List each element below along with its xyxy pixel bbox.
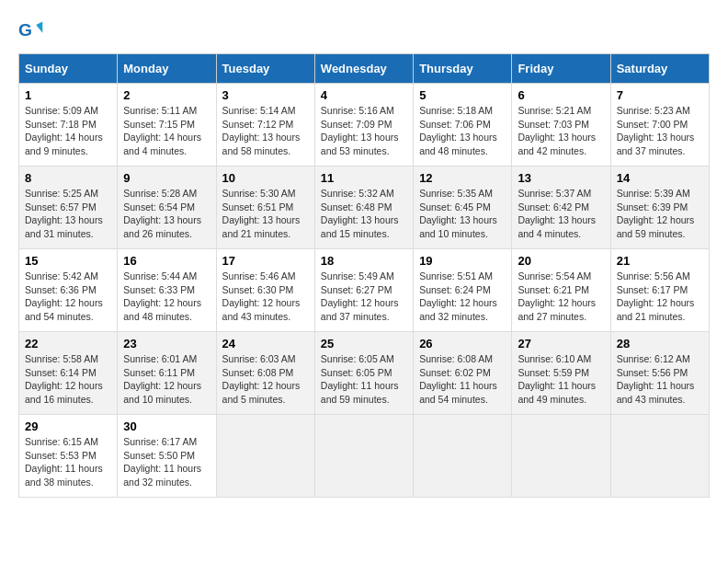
day-of-week-header: Thursday <box>414 54 512 84</box>
day-info: Sunrise: 6:10 AM Sunset: 5:59 PM Dayligh… <box>518 352 604 407</box>
calendar-cell: 10 Sunrise: 5:30 AM Sunset: 6:51 PM Dayl… <box>216 167 314 249</box>
day-number: 1 <box>25 88 111 102</box>
day-number: 4 <box>321 88 407 102</box>
day-number: 27 <box>518 337 604 350</box>
day-number: 19 <box>419 254 506 268</box>
day-info: Sunrise: 5:25 AM Sunset: 6:57 PM Dayligh… <box>25 187 111 241</box>
day-info: Sunrise: 5:28 AM Sunset: 6:54 PM Dayligh… <box>123 187 210 241</box>
calendar-cell: 4 Sunrise: 5:16 AM Sunset: 7:09 PM Dayli… <box>314 84 413 167</box>
svg-text:G: G <box>18 20 32 40</box>
day-of-week-header: Saturday <box>610 54 709 84</box>
day-info: Sunrise: 6:17 AM Sunset: 5:50 PM Dayligh… <box>123 435 210 489</box>
day-info: Sunrise: 5:11 AM Sunset: 7:15 PM Dayligh… <box>123 104 210 158</box>
day-number: 16 <box>123 254 210 268</box>
calendar-cell: 27 Sunrise: 6:10 AM Sunset: 5:59 PM Dayl… <box>512 332 610 415</box>
logo: G <box>18 18 48 44</box>
day-info: Sunrise: 5:21 AM Sunset: 7:03 PM Dayligh… <box>518 104 604 158</box>
day-number: 11 <box>321 171 407 185</box>
day-info: Sunrise: 6:12 AM Sunset: 5:56 PM Dayligh… <box>617 352 703 407</box>
day-number: 22 <box>25 337 111 350</box>
day-number: 5 <box>419 88 506 102</box>
calendar-cell: 30 Sunrise: 6:17 AM Sunset: 5:50 PM Dayl… <box>118 415 216 498</box>
calendar-cell: 2 Sunrise: 5:11 AM Sunset: 7:15 PM Dayli… <box>118 84 216 167</box>
calendar-cell: 14 Sunrise: 5:39 AM Sunset: 6:39 PM Dayl… <box>610 167 709 249</box>
day-info: Sunrise: 5:30 AM Sunset: 6:51 PM Dayligh… <box>222 187 309 241</box>
day-of-week-header: Monday <box>118 54 216 84</box>
day-number: 21 <box>617 254 703 268</box>
day-info: Sunrise: 6:03 AM Sunset: 6:08 PM Dayligh… <box>222 352 309 407</box>
day-number: 24 <box>222 337 309 350</box>
day-of-week-header: Friday <box>512 54 610 84</box>
day-number: 17 <box>222 254 309 268</box>
calendar-cell: 24 Sunrise: 6:03 AM Sunset: 6:08 PM Dayl… <box>216 332 314 415</box>
day-info: Sunrise: 5:51 AM Sunset: 6:24 PM Dayligh… <box>419 270 506 324</box>
logo-icon: G <box>18 18 44 44</box>
day-number: 28 <box>617 337 703 350</box>
day-number: 12 <box>419 171 506 185</box>
day-info: Sunrise: 6:05 AM Sunset: 6:05 PM Dayligh… <box>321 352 407 407</box>
day-number: 29 <box>25 419 111 433</box>
calendar-week-row: 8 Sunrise: 5:25 AM Sunset: 6:57 PM Dayli… <box>19 167 710 249</box>
day-info: Sunrise: 5:56 AM Sunset: 6:17 PM Dayligh… <box>617 270 703 324</box>
day-info: Sunrise: 6:01 AM Sunset: 6:11 PM Dayligh… <box>123 352 210 407</box>
calendar-cell: 15 Sunrise: 5:42 AM Sunset: 6:36 PM Dayl… <box>19 249 118 332</box>
calendar-cell <box>314 415 413 498</box>
calendar-cell: 3 Sunrise: 5:14 AM Sunset: 7:12 PM Dayli… <box>216 84 314 167</box>
day-info: Sunrise: 5:42 AM Sunset: 6:36 PM Dayligh… <box>25 270 111 324</box>
day-info: Sunrise: 6:15 AM Sunset: 5:53 PM Dayligh… <box>25 435 111 489</box>
day-info: Sunrise: 5:32 AM Sunset: 6:48 PM Dayligh… <box>321 187 407 241</box>
day-number: 3 <box>222 88 309 102</box>
day-number: 7 <box>617 88 703 102</box>
day-number: 25 <box>321 337 407 350</box>
calendar-cell: 1 Sunrise: 5:09 AM Sunset: 7:18 PM Dayli… <box>19 84 118 167</box>
day-number: 26 <box>419 337 506 350</box>
calendar-cell: 6 Sunrise: 5:21 AM Sunset: 7:03 PM Dayli… <box>512 84 610 167</box>
calendar-cell: 17 Sunrise: 5:46 AM Sunset: 6:30 PM Dayl… <box>216 249 314 332</box>
calendar-cell: 28 Sunrise: 6:12 AM Sunset: 5:56 PM Dayl… <box>610 332 709 415</box>
calendar-cell <box>216 415 314 498</box>
day-info: Sunrise: 5:58 AM Sunset: 6:14 PM Dayligh… <box>25 352 111 407</box>
day-number: 9 <box>123 171 210 185</box>
day-info: Sunrise: 6:08 AM Sunset: 6:02 PM Dayligh… <box>419 352 506 407</box>
day-of-week-header: Sunday <box>19 54 118 84</box>
day-of-week-header: Tuesday <box>216 54 314 84</box>
calendar-cell <box>512 415 610 498</box>
calendar-cell: 7 Sunrise: 5:23 AM Sunset: 7:00 PM Dayli… <box>610 84 709 167</box>
calendar-table: SundayMondayTuesdayWednesdayThursdayFrid… <box>18 53 710 498</box>
day-number: 23 <box>123 337 210 350</box>
day-number: 20 <box>518 254 604 268</box>
calendar-cell <box>610 415 709 498</box>
day-number: 14 <box>617 171 703 185</box>
calendar-cell: 9 Sunrise: 5:28 AM Sunset: 6:54 PM Dayli… <box>118 167 216 249</box>
calendar-cell: 22 Sunrise: 5:58 AM Sunset: 6:14 PM Dayl… <box>19 332 118 415</box>
calendar-week-row: 22 Sunrise: 5:58 AM Sunset: 6:14 PM Dayl… <box>19 332 710 415</box>
calendar-cell: 29 Sunrise: 6:15 AM Sunset: 5:53 PM Dayl… <box>19 415 118 498</box>
calendar-week-row: 1 Sunrise: 5:09 AM Sunset: 7:18 PM Dayli… <box>19 84 710 167</box>
svg-marker-1 <box>36 22 42 33</box>
calendar-cell: 13 Sunrise: 5:37 AM Sunset: 6:42 PM Dayl… <box>512 167 610 249</box>
calendar-cell: 11 Sunrise: 5:32 AM Sunset: 6:48 PM Dayl… <box>314 167 413 249</box>
day-info: Sunrise: 5:37 AM Sunset: 6:42 PM Dayligh… <box>518 187 604 241</box>
day-info: Sunrise: 5:54 AM Sunset: 6:21 PM Dayligh… <box>518 270 604 324</box>
day-info: Sunrise: 5:16 AM Sunset: 7:09 PM Dayligh… <box>321 104 407 158</box>
calendar-cell: 16 Sunrise: 5:44 AM Sunset: 6:33 PM Dayl… <box>118 249 216 332</box>
calendar-cell: 12 Sunrise: 5:35 AM Sunset: 6:45 PM Dayl… <box>414 167 512 249</box>
calendar-week-row: 29 Sunrise: 6:15 AM Sunset: 5:53 PM Dayl… <box>19 415 710 498</box>
calendar-cell: 25 Sunrise: 6:05 AM Sunset: 6:05 PM Dayl… <box>314 332 413 415</box>
calendar-cell: 19 Sunrise: 5:51 AM Sunset: 6:24 PM Dayl… <box>414 249 512 332</box>
day-number: 8 <box>25 171 111 185</box>
day-info: Sunrise: 5:46 AM Sunset: 6:30 PM Dayligh… <box>222 270 309 324</box>
days-header-row: SundayMondayTuesdayWednesdayThursdayFrid… <box>19 54 710 84</box>
day-number: 18 <box>321 254 407 268</box>
day-info: Sunrise: 5:18 AM Sunset: 7:06 PM Dayligh… <box>419 104 506 158</box>
day-number: 10 <box>222 171 309 185</box>
day-info: Sunrise: 5:49 AM Sunset: 6:27 PM Dayligh… <box>321 270 407 324</box>
calendar-cell: 18 Sunrise: 5:49 AM Sunset: 6:27 PM Dayl… <box>314 249 413 332</box>
day-number: 15 <box>25 254 111 268</box>
calendar-cell <box>414 415 512 498</box>
page-header: G <box>18 18 710 44</box>
day-info: Sunrise: 5:39 AM Sunset: 6:39 PM Dayligh… <box>617 187 703 241</box>
day-number: 13 <box>518 171 604 185</box>
day-info: Sunrise: 5:14 AM Sunset: 7:12 PM Dayligh… <box>222 104 309 158</box>
calendar-week-row: 15 Sunrise: 5:42 AM Sunset: 6:36 PM Dayl… <box>19 249 710 332</box>
